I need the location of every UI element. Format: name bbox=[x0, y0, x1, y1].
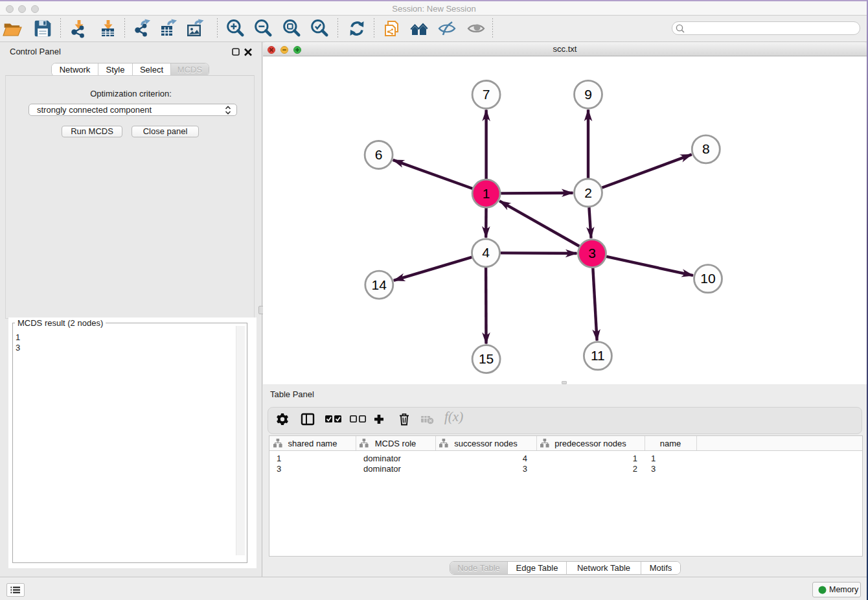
svg-text:11: 11 bbox=[591, 348, 605, 363]
svg-text:3: 3 bbox=[588, 246, 596, 260]
svg-text:14: 14 bbox=[372, 277, 387, 292]
svg-text:4: 4 bbox=[482, 245, 490, 260]
svg-text:9: 9 bbox=[584, 87, 592, 102]
svg-text:2: 2 bbox=[584, 185, 592, 200]
svg-text:1: 1 bbox=[483, 186, 490, 201]
svg-text:15: 15 bbox=[479, 351, 494, 366]
svg-text:6: 6 bbox=[375, 147, 383, 162]
svg-text:10: 10 bbox=[700, 271, 715, 286]
svg-text:8: 8 bbox=[702, 141, 710, 156]
svg-text:7: 7 bbox=[483, 87, 490, 102]
